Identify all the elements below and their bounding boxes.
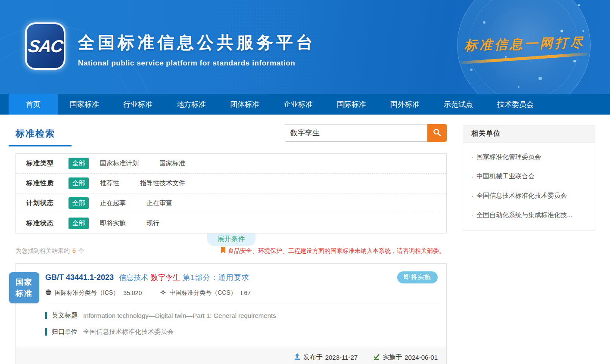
nav-item-local-standards[interactable]: 地方标准	[165, 94, 218, 115]
filter-row-standard-status: 标准状态 全部 即将实施 现行	[16, 213, 446, 233]
filter-label: 标准状态	[26, 219, 68, 227]
card-body: GB/T 43441.1-2023 信息技术数字孪生第1部分：通用要求 即将实施…	[16, 264, 446, 346]
filter-option[interactable]: 国家标准计划	[100, 159, 139, 168]
sidebar-item-itstc[interactable]: ·全国信息技术标准化技术委员会	[463, 186, 595, 205]
filter-option[interactable]: 正在起草	[100, 199, 126, 207]
filter-options: 推荐性 指导性技术文件	[100, 179, 185, 187]
filter-options: 即将实施 现行	[100, 219, 159, 227]
field-bar	[45, 328, 47, 336]
sidebar-item-label: 中国机械工业联合会	[476, 172, 535, 180]
sidebar-item-label: 国家标准化管理委员会	[476, 153, 541, 161]
sidebar-item-automation[interactable]: ·全国自动化系统与集成标准化技...	[463, 205, 595, 225]
sac-logo-text: SAC	[27, 37, 64, 56]
filter-all-button[interactable]: 全部	[68, 218, 89, 229]
page: SAC 全国标准信息公共服务平台 National public service…	[0, 0, 610, 364]
nav-item-pilot[interactable]: 示范试点	[432, 94, 485, 115]
related-units-panel: 相关单位 ·国家标准化管理委员会 ·中国机械工业联合会 ·全国信息技术标准化技术…	[463, 125, 595, 230]
filter-option[interactable]: 正在审查	[146, 199, 172, 207]
filter-label: 计划状态	[26, 199, 68, 207]
globe-icon	[45, 289, 55, 297]
results-count: 为您找到相关结果约 6 个	[16, 247, 84, 255]
filter-option[interactable]: 即将实施	[100, 219, 126, 227]
filter-row-plan-status: 计划状态 全部 正在起草 正在审查	[16, 193, 446, 213]
filter-all-button[interactable]: 全部	[68, 158, 89, 169]
notice: 食品安全、环境保护、工程建设方面的国家标准未纳入本系统，请咨询相关部委。	[221, 247, 445, 255]
sidebar-item-cmif[interactable]: ·中国机械工业联合会	[463, 167, 595, 186]
standard-title-part1: 信息技术	[119, 274, 148, 282]
site-title-block: 全国标准信息公共服务平台 National public service pla…	[78, 31, 316, 68]
filter-option[interactable]: 现行	[146, 219, 159, 227]
site-subtitle: National public service platform for sta…	[78, 59, 316, 68]
published-label: 发布于	[303, 353, 323, 361]
related-units-list: ·国家标准化管理委员会 ·中国机械工业联合会 ·全国信息技术标准化技术委员会 ·…	[463, 143, 595, 230]
card-title-row: GB/T 43441.1-2023 信息技术数字孪生第1部分：通用要求 即将实施	[45, 273, 438, 283]
standard-type-badge: 国家 标准	[9, 272, 39, 303]
search-input[interactable]	[285, 124, 427, 142]
site-header: SAC 全国标准信息公共服务平台 National public service…	[0, 0, 610, 94]
filter-option[interactable]: 指导性技术文件	[140, 179, 185, 187]
ccs-label: 中国标准分类号（CCS）	[169, 289, 237, 297]
card-meta-row: 国际标准分类号（ICS） 35.020 中国标准分类号（CCS） L67	[45, 289, 438, 304]
published-date: 2023-11-27	[325, 354, 358, 361]
ics-value: 35.020	[123, 289, 142, 296]
filter-option[interactable]: 推荐性	[100, 179, 119, 187]
filter-label: 标准类型	[26, 159, 68, 168]
page-title: 标准检索	[16, 128, 55, 138]
field-bar	[45, 312, 47, 319]
check-icon	[373, 353, 383, 361]
field-row-english-title: 英文标题 Information technology—Digital twin…	[45, 311, 438, 320]
nav-item-industry-standards[interactable]: 行业标准	[111, 94, 165, 115]
filter-panel: 标准类型 全部 国家标准计划 国家标准 标准性质 全部 推荐性 指导性技术文件	[16, 153, 447, 233]
nav-item-technical-committee[interactable]: 技术委员会	[485, 94, 546, 115]
search-box	[285, 124, 447, 142]
search-row: 标准检索	[16, 125, 447, 153]
filter-all-button[interactable]: 全部	[68, 197, 89, 209]
filter-option[interactable]: 国家标准	[159, 159, 185, 168]
expand-wrap: 展开条件	[16, 233, 447, 245]
badge-line2: 标准	[16, 288, 33, 299]
ccs-group: 中国标准分类号（CCS） L67	[160, 289, 251, 297]
search-button[interactable]	[427, 124, 447, 142]
globe-dots-decoration	[578, 4, 580, 6]
bullet: ·	[471, 212, 473, 219]
nav-item-international-standards[interactable]: 国际标准	[325, 94, 378, 115]
implemented-date: 2024-06-01	[405, 354, 438, 361]
main-column: 标准检索 标准类型 全部 国	[16, 125, 447, 364]
filter-options: 正在起草 正在审查	[100, 199, 172, 207]
search-icon	[433, 128, 442, 138]
nav-item-foreign-standards[interactable]: 国外标准	[378, 94, 432, 115]
content: 标准检索 标准类型 全部 国	[0, 115, 610, 364]
result-card: 国家 标准 GB/T 43441.1-2023 信息技术数字孪生第1部分：通用要…	[16, 263, 447, 364]
ccs-value: L67	[241, 289, 251, 296]
badge-line1: 国家	[16, 277, 33, 288]
filter-row-standard-nature: 标准性质 全部 推荐性 指导性技术文件	[16, 174, 446, 193]
bullet: ·	[471, 173, 473, 180]
related-units-title: 相关单位	[463, 125, 595, 143]
title-underline	[9, 145, 72, 146]
published-date-group: 发布于 2023-11-27	[294, 353, 358, 361]
standard-code-link[interactable]: GB/T 43441.1-2023	[45, 273, 114, 282]
nav-item-national-standards[interactable]: 国家标准	[58, 94, 111, 115]
ics-label: 国际标准分类号（ICS）	[55, 289, 119, 297]
filter-all-button[interactable]: 全部	[68, 177, 89, 189]
field-value: Information technology—Digital twin—Part…	[83, 312, 276, 319]
sidebar-item-sac[interactable]: ·国家标准化管理委员会	[463, 147, 595, 167]
main-nav: 首页 国家标准 行业标准 地方标准 团体标准 企业标准 国际标准 国外标准 示范…	[0, 94, 610, 115]
standard-title-highlight: 数字孪生	[151, 274, 180, 282]
compass-icon	[160, 289, 169, 297]
results-count-number: 6	[72, 247, 76, 254]
section-title-wrap: 标准检索	[16, 125, 55, 146]
sac-logo[interactable]: SAC	[25, 22, 65, 70]
ics-group: 国际标准分类号（ICS） 35.020	[45, 289, 142, 297]
nav-item-group-standards[interactable]: 团体标准	[218, 94, 271, 115]
nav-item-enterprise-standards[interactable]: 企业标准	[271, 94, 325, 115]
nav-item-home[interactable]: 首页	[9, 94, 58, 115]
header-slogan: 标准信息一网打尽	[464, 34, 585, 61]
field-label: 英文标题	[52, 311, 78, 320]
filter-label: 标准性质	[26, 179, 68, 187]
results-info: 为您找到相关结果约 6 个 食品安全、环境保护、工程建设方面的国家标准未纳入本系…	[16, 247, 447, 255]
bookmark-icon	[221, 247, 228, 255]
implemented-label: 实施于	[383, 353, 402, 361]
standard-title-link[interactable]: 信息技术数字孪生第1部分：通用要求	[119, 273, 249, 283]
expand-conditions-button[interactable]: 展开条件	[207, 233, 255, 246]
